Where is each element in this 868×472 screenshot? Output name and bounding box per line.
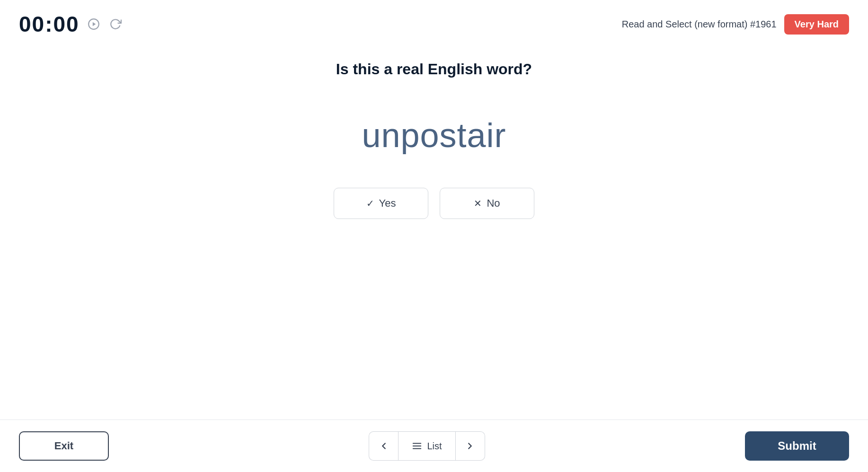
question-text: Is this a real English word? [336, 61, 532, 78]
yes-button[interactable]: ✓ Yes [334, 188, 428, 219]
nav-section: List [369, 431, 485, 461]
timer-display: 00:00 [19, 11, 80, 37]
main-content: Is this a real English word? unpostair ✓… [0, 46, 868, 420]
exit-button[interactable]: Exit [19, 431, 109, 461]
list-label: List [427, 441, 442, 452]
yes-label: Yes [379, 197, 396, 210]
chevron-left-icon [379, 441, 389, 451]
footer: Exit List Submit [0, 420, 868, 472]
no-label: No [487, 197, 500, 210]
header-right: Read and Select (new format) #1961 Very … [622, 14, 849, 35]
word-display: unpostair [362, 116, 506, 155]
timer-section: 00:00 [19, 11, 123, 37]
check-icon: ✓ [366, 198, 374, 209]
play-button[interactable] [86, 17, 101, 32]
next-button[interactable] [456, 431, 485, 461]
refresh-button[interactable] [108, 17, 123, 32]
answer-buttons: ✓ Yes ✕ No [334, 188, 534, 219]
x-icon: ✕ [474, 198, 482, 209]
prev-button[interactable] [369, 431, 398, 461]
header: 00:00 Read and Select (new format) #1961… [0, 0, 868, 46]
svg-marker-1 [92, 22, 96, 26]
no-button[interactable]: ✕ No [440, 188, 534, 219]
list-icon [412, 441, 422, 451]
list-button[interactable]: List [398, 431, 455, 461]
play-icon [88, 18, 100, 30]
refresh-icon [109, 18, 122, 30]
submit-button[interactable]: Submit [745, 431, 849, 461]
exercise-title: Read and Select (new format) #1961 [622, 19, 777, 30]
chevron-right-icon [465, 441, 475, 451]
difficulty-badge: Very Hard [784, 14, 849, 35]
